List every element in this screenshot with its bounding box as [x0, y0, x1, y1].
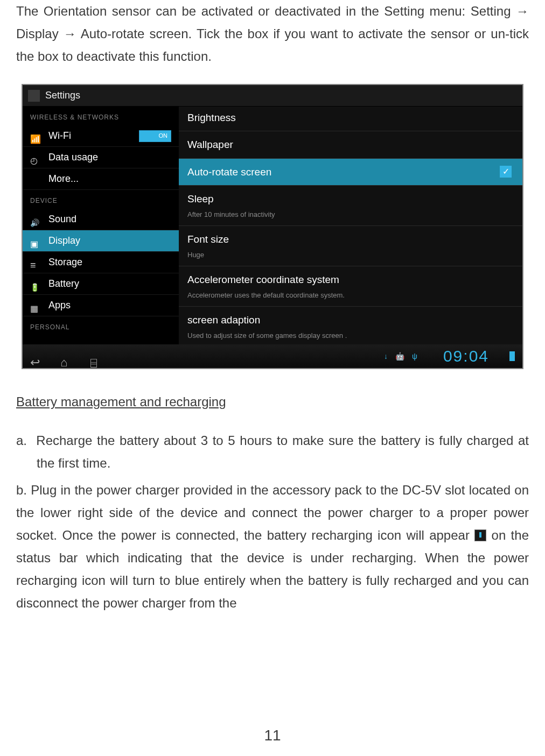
settings-screenshot: Settings WIRELESS & NETWORKS Wi-Fi ON Da…: [22, 84, 523, 369]
home-icon[interactable]: [60, 351, 74, 362]
sidebar-item-apps[interactable]: Apps: [23, 295, 179, 316]
text: Display: [16, 26, 64, 41]
wifi-toggle[interactable]: ON: [139, 130, 171, 142]
marker: a.: [16, 433, 27, 448]
label: Display: [48, 232, 80, 250]
list-item-a: a. Recharge the battery about 3 to 5 hou…: [16, 429, 529, 475]
sublabel: Huge: [187, 249, 514, 262]
sidebar-item-storage[interactable]: Storage: [23, 252, 179, 273]
battery-icon: [30, 279, 41, 289]
marker: b.: [16, 483, 27, 497]
label: Wi-Fi: [48, 128, 71, 145]
android-navbar: ↓ 🤖 ψ 09:04: [23, 344, 522, 368]
settings-sidebar: WIRELESS & NETWORKS Wi-Fi ON Data usage …: [23, 107, 179, 344]
status-tray: ↓ 🤖 ψ: [384, 350, 417, 363]
list-item-b: b. Plug in the power charger provided in…: [16, 479, 529, 614]
setting-sleep[interactable]: Sleep After 10 minutes of inactivity: [179, 186, 522, 226]
label: Sound: [48, 211, 76, 228]
label: Data usage: [48, 149, 98, 166]
label: Wallpaper: [187, 136, 514, 153]
settings-header: Settings: [23, 85, 522, 107]
recent-apps-icon[interactable]: [90, 351, 104, 362]
usb-icon: ψ: [412, 350, 417, 363]
paragraph-orientation: The Orientation sensor can be activated …: [16, 0, 529, 68]
sound-icon: [30, 214, 41, 225]
label: Font size: [187, 230, 514, 248]
battery-status-icon: [509, 351, 515, 361]
text: The Orientation sensor can be activated …: [16, 4, 516, 18]
gear-icon: [28, 90, 40, 102]
label: Sleep: [187, 190, 514, 208]
setting-brightness[interactable]: Brightness: [179, 107, 522, 131]
category-wireless: WIRELESS & NETWORKS: [23, 107, 179, 125]
setting-wallpaper[interactable]: Wallpaper: [179, 131, 522, 158]
checkbox-icon[interactable]: ✓: [500, 166, 512, 178]
label: screen adaption: [187, 311, 514, 329]
sidebar-item-wifi[interactable]: Wi-Fi ON: [23, 125, 179, 147]
data-usage-icon: [30, 152, 41, 163]
category-device: DEVICE: [23, 190, 179, 209]
label: Brightness: [187, 109, 514, 126]
text: Recharge the battery about 3 to 5 hours …: [36, 433, 529, 470]
sidebar-item-more[interactable]: More...: [23, 168, 179, 190]
display-icon: [30, 236, 41, 246]
label: Accelerometer coordinate system: [187, 271, 514, 288]
arrow-icon: →: [64, 26, 76, 41]
setting-auto-rotate[interactable]: Auto-rotate screen ✓: [179, 159, 522, 186]
label: More...: [48, 171, 79, 188]
blank-icon: [30, 174, 41, 185]
download-icon: ↓: [384, 350, 388, 363]
sidebar-item-battery[interactable]: Battery: [23, 273, 179, 295]
sidebar-item-display[interactable]: Display: [23, 230, 179, 252]
storage-icon: [30, 257, 41, 268]
back-icon[interactable]: [30, 351, 44, 362]
sublabel: Used to adjust size of some games displa…: [187, 330, 514, 342]
page-number: 11: [0, 722, 545, 748]
clock: 09:04: [443, 342, 489, 371]
text: Auto-rotate screen. Tick the box if you …: [16, 26, 529, 63]
label: Battery: [48, 275, 79, 293]
label: Apps: [48, 297, 71, 314]
wifi-icon: [30, 131, 41, 142]
label: Storage: [48, 254, 82, 271]
sublabel: Accelerometer uses the default coordinat…: [187, 289, 514, 302]
settings-title: Settings: [45, 87, 80, 104]
apps-icon: [30, 300, 41, 311]
section-battery-heading: Battery management and recharging: [16, 391, 529, 413]
arrow-icon: →: [516, 4, 529, 18]
battery-charging-icon: [474, 529, 486, 541]
label: Auto-rotate screen: [187, 163, 514, 181]
category-personal: PERSONAL: [23, 316, 179, 335]
sublabel: After 10 minutes of inactivity: [187, 209, 514, 221]
setting-font-size[interactable]: Font size Huge: [179, 226, 522, 266]
text: Plug in the power charger provided in th…: [16, 483, 529, 542]
setting-accelerometer[interactable]: Accelerometer coordinate system Accelero…: [179, 266, 522, 307]
android-icon: 🤖: [395, 350, 404, 363]
sidebar-item-data[interactable]: Data usage: [23, 147, 179, 168]
sidebar-item-sound[interactable]: Sound: [23, 209, 179, 230]
settings-main-pane: Brightness Wallpaper Auto-rotate screen …: [179, 107, 522, 344]
setting-screen-adaption[interactable]: screen adaption Used to adjust size of s…: [179, 307, 522, 344]
